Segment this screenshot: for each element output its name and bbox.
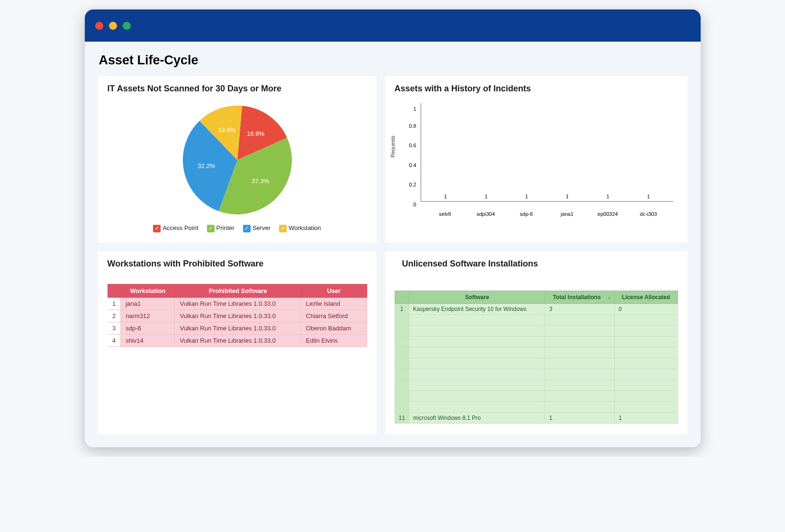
bar-x-label: sdpi304 (469, 211, 502, 217)
table-cell: narm312 (121, 310, 175, 322)
table-cell: Oberon Baddam (301, 322, 367, 334)
pie-legend: ✓Access Point✓Printer✓Server✓Workstation (153, 224, 321, 232)
table-cell: Lezlie Island (301, 297, 367, 310)
window-close-icon[interactable] (95, 22, 103, 30)
table-cell: Kaspersky Endpoint Security 10 for Windo… (409, 303, 545, 314)
card-title: Workstations with Prohibited Software (108, 259, 367, 269)
table-row[interactable]: 1jana1Vulkan Run Time Libraries 1.0.33.0… (108, 297, 367, 310)
legend-item[interactable]: ✓Server (243, 224, 271, 232)
row-index: 6 (395, 358, 409, 369)
card-assets-incidents: Assets with a History of Incidents Reque… (385, 76, 687, 243)
table-row[interactable]: 4shiv14Vulkan Run Time Libraries 1.0.33.… (108, 334, 367, 346)
table-cell (409, 390, 545, 401)
table-cell: Vulkan Run Time Libraries 1.0.33.0 (175, 334, 301, 346)
table-row[interactable]: 4 (395, 336, 677, 347)
card-workstations-prohibited: Workstations with Prohibited Software Wo… (98, 251, 377, 434)
row-index: 4 (395, 336, 409, 347)
table-row[interactable]: 5 (395, 347, 677, 358)
table-cell (409, 314, 545, 325)
table-row[interactable]: 2 (395, 314, 677, 325)
bar-plot-area: 111111 (421, 103, 673, 202)
table-cell: Vulkan Run Time Libraries 1.0.33.0 (175, 310, 301, 322)
table-row[interactable]: 3sdp-6Vulkan Run Time Libraries 1.0.33.0… (108, 322, 367, 334)
table-cell: 1 (545, 412, 615, 423)
bar-y-tick: 0.6 (409, 142, 416, 148)
legend-item[interactable]: ✓Access Point (153, 224, 198, 232)
row-index: 11 (395, 412, 409, 423)
card-unlicensed-software: Unlicensed Software Installations Softwa… (385, 251, 687, 434)
table-cell: 3 (545, 303, 615, 314)
table-header[interactable]: Software (409, 291, 545, 303)
bar-value-label: 1 (525, 194, 528, 199)
table-cell (409, 325, 545, 336)
window-minimize-icon[interactable] (109, 22, 117, 30)
sort-arrow-icon[interactable]: ↓ (608, 294, 611, 301)
table-cell (545, 314, 615, 325)
bar-value-label: 1 (647, 194, 650, 199)
table-row[interactable]: 1Kaspersky Endpoint Security 10 for Wind… (395, 303, 677, 314)
card-title: Unlicensed Software Installations (395, 259, 678, 269)
bar-x-label: selv8 (429, 211, 461, 217)
bar-x-label: sdp-6 (510, 211, 542, 217)
legend-label: Printer (217, 224, 235, 231)
bar-y-tick: 1 (413, 106, 416, 112)
checkmark-icon: ✓ (279, 225, 287, 232)
table-row[interactable]: 2narm312Vulkan Run Time Libraries 1.0.33… (108, 310, 367, 322)
row-index: 1 (108, 297, 121, 310)
bar-columns: 111111 (421, 103, 673, 201)
table-cell (545, 358, 615, 369)
window-maximize-icon[interactable] (123, 22, 131, 30)
table-cell: jana1 (121, 297, 175, 310)
legend-item[interactable]: ✓Workstation (279, 224, 321, 232)
titlebar (85, 9, 701, 42)
table-header[interactable]: Workstation (121, 284, 175, 297)
bar-y-tick: 0.8 (409, 123, 416, 129)
card-title: IT Assets Not Scanned for 30 Days or Mor… (108, 84, 367, 94)
table-cell (545, 325, 615, 336)
row-index: 1 (395, 303, 409, 314)
table-row[interactable]: 11microsoft Windows 8.1 Pro11 (395, 412, 677, 423)
table-row[interactable]: 7 (395, 369, 677, 380)
pie-label: 16.9% (247, 130, 264, 137)
bar-y-tick: 0 (413, 202, 416, 207)
row-index: 3 (108, 322, 121, 334)
table-header[interactable]: Total Installations ↓ (545, 291, 615, 303)
table-cell: Edlin Elvins (301, 334, 367, 346)
table-row[interactable]: 6 (395, 358, 677, 369)
table-row[interactable]: 3 (395, 325, 677, 336)
bar-x-label: jana1 (551, 211, 583, 217)
table-cell: sdp-6 (121, 322, 175, 334)
table-cell: microsoft Windows 8.1 Pro (409, 412, 545, 423)
prohibited-software-table: WorkstationProhibited SoftwareUser1jana1… (108, 284, 367, 347)
table-header[interactable]: User (301, 284, 367, 297)
table-row[interactable]: 8 (395, 380, 677, 390)
dashboard-content: Asset Life-Cycle IT Assets Not Scanned f… (85, 42, 701, 447)
table-cell: 0 (614, 303, 677, 314)
table-cell (614, 314, 677, 325)
bar-value-label: 1 (444, 194, 447, 199)
row-index: 8 (395, 380, 409, 390)
table-cell (614, 380, 677, 390)
table-cell: Vulkan Run Time Libraries 1.0.33.0 (175, 297, 301, 310)
row-index: 9 (395, 390, 409, 401)
table-cell (614, 358, 677, 369)
bar-x-label: ep00324 (592, 211, 624, 217)
table-cell (545, 390, 615, 401)
table-header[interactable]: Prohibited Software (175, 284, 301, 297)
bar-y-tick: 0.4 (409, 162, 416, 168)
card-it-assets-not-scanned: IT Assets Not Scanned for 30 Days or Mor… (98, 76, 377, 243)
table-cell (409, 336, 545, 347)
table-cell (409, 347, 545, 358)
table-cell (614, 401, 677, 412)
legend-item[interactable]: ✓Printer (207, 224, 235, 232)
table-cell (614, 347, 677, 358)
row-index: 3 (395, 325, 409, 336)
table-cell (614, 369, 677, 380)
table-row[interactable]: 9 (395, 390, 677, 401)
checkmark-icon: ✓ (153, 225, 161, 232)
table-row[interactable]: 10 (395, 401, 677, 412)
row-index: 7 (395, 369, 409, 380)
legend-label: Workstation (289, 224, 321, 231)
table-header[interactable]: License Allocated (614, 291, 677, 303)
table-cell (409, 358, 545, 369)
